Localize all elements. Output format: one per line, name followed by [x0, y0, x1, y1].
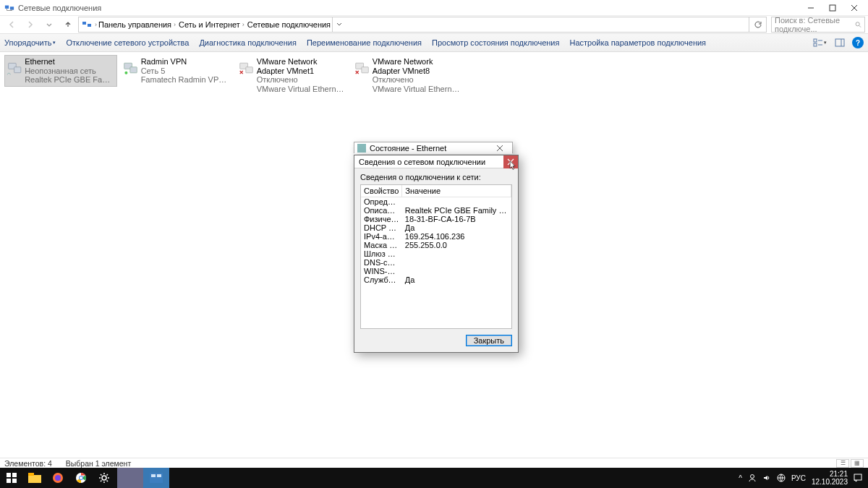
nav-recent[interactable] — [41, 17, 58, 33]
tray-volume-icon[interactable] — [762, 474, 771, 482]
svg-rect-23 — [28, 473, 34, 476]
explorer-icon[interactable] — [23, 468, 46, 488]
crumb-0[interactable]: Панель управления › — [97, 20, 177, 29]
view-mode-button[interactable]: ▾ — [812, 35, 827, 50]
property-value: 18-31-BF-CA-16-7B — [402, 215, 511, 223]
svg-rect-2 — [830, 5, 835, 11]
svg-rect-20 — [7, 479, 11, 483]
chrome-icon[interactable] — [69, 468, 93, 488]
adapter-status: Отключено — [257, 75, 346, 85]
property-row[interactable]: IPv4-адрес автонастро...169.254.106.236 — [361, 232, 511, 241]
start-button[interactable] — [0, 468, 23, 488]
col-property[interactable]: Свойство — [361, 185, 402, 197]
details-dialog: Сведения о сетевом подключении Сведения … — [354, 155, 519, 353]
property-name: WINS-сервер IPv4 — [361, 267, 402, 275]
svg-rect-7 — [814, 43, 817, 46]
view-icons-button[interactable]: ▦ — [851, 459, 864, 468]
help-button[interactable]: ? — [852, 37, 864, 48]
adapter-driver: Famatech Radmin VPN Ethernet ... — [141, 75, 231, 85]
adapter-driver: VMware Virtual Ethernet Adapter ... — [257, 85, 346, 94]
details-dialog-title: Сведения о сетевом подключении — [359, 158, 485, 166]
property-row[interactable]: Определенный для по... — [361, 197, 511, 207]
details-dialog-close[interactable] — [503, 155, 518, 168]
property-name: Маска подсети IPv4 — [361, 241, 402, 249]
cursor-icon — [509, 160, 516, 171]
col-value[interactable]: Значение — [402, 185, 511, 197]
crumb-1[interactable]: Сеть и Интернет › — [177, 20, 246, 29]
property-name: DHCP включен — [361, 223, 402, 232]
status-dialog-title: Состояние - Ethernet — [370, 144, 446, 153]
adapter-item[interactable]: Radmin VPN Сеть 5 Famatech Radmin VPN Et… — [120, 55, 233, 87]
search-icon — [855, 20, 861, 29]
property-name: Физический адрес — [361, 215, 402, 223]
nav-back[interactable] — [3, 17, 20, 33]
breadcrumb[interactable]: › Панель управления › Сеть и Интернет › … — [78, 17, 767, 33]
status-selected: Выбран 1 элемент — [66, 459, 131, 468]
adapter-item[interactable]: VMware Network Adapter VMnet1 Отключено … — [236, 55, 349, 96]
window-titlebar: Сетевые подключения — [0, 0, 868, 16]
svg-point-28 — [80, 476, 82, 479]
svg-rect-18 — [7, 473, 11, 477]
maximize-button[interactable] — [822, 1, 843, 15]
status-dialog-close[interactable] — [488, 142, 512, 154]
tray-language[interactable]: РУС — [791, 474, 806, 482]
tray-network-icon[interactable] — [777, 474, 786, 482]
property-name: Служба NetBIOS через... — [361, 275, 402, 284]
firefox-icon[interactable] — [46, 468, 69, 488]
toolbar-settings[interactable]: Настройка параметров подключения — [569, 38, 706, 47]
tray-people-icon[interactable] — [748, 474, 757, 482]
details-dialog-titlebar[interactable]: Сведения о сетевом подключении — [354, 155, 518, 168]
toolbar-rename[interactable]: Переименование подключения — [307, 38, 422, 47]
status-dialog: Состояние - Ethernet — [354, 142, 513, 153]
tray-chevron-icon[interactable]: ^ — [739, 474, 742, 482]
property-row[interactable]: Физический адрес18-31-BF-CA-16-7B — [361, 215, 511, 223]
svg-rect-31 — [151, 474, 156, 477]
adapter-status: Неопознанная сеть — [25, 67, 115, 76]
nav-row: › Панель управления › Сеть и Интернет › … — [0, 16, 868, 33]
search-input[interactable]: Поиск в: Сетевые подключе... — [771, 17, 865, 33]
minimize-button[interactable] — [800, 1, 822, 15]
adapter-name: VMware Network Adapter VMnet1 — [257, 57, 346, 75]
property-list[interactable]: Свойство Значение Определенный для по...… — [360, 184, 512, 329]
view-details-button[interactable]: ☰ — [836, 459, 849, 468]
property-row[interactable]: Маска подсети IPv4255.255.0.0 — [361, 241, 511, 249]
property-row[interactable]: WINS-сервер IPv4 — [361, 267, 511, 275]
adapter-name: Ethernet — [25, 57, 115, 67]
vmnet-icon — [354, 57, 370, 79]
toolbar-diagnose[interactable]: Диагностика подключения — [199, 38, 296, 47]
adapter-driver: VMware Virtual Ethernet Adapter ... — [373, 85, 462, 94]
property-row[interactable]: DHCP включенДа — [361, 223, 511, 232]
svg-point-25 — [55, 475, 61, 481]
property-row[interactable]: ОписаниеRealtek PCIe GBE Family Controll… — [361, 206, 511, 215]
toolbar-disable[interactable]: Отключение сетевого устройства — [66, 38, 189, 47]
refresh-button[interactable] — [749, 17, 766, 32]
svg-rect-4 — [88, 24, 91, 27]
search-placeholder: Поиск в: Сетевые подключе... — [775, 16, 855, 33]
svg-point-33 — [750, 475, 754, 479]
property-value: 169.254.106.236 — [402, 232, 511, 241]
property-name: Определенный для по... — [361, 197, 402, 207]
svg-rect-17 — [362, 67, 368, 73]
crumb-2[interactable]: Сетевые подключения — [246, 20, 332, 29]
property-row[interactable]: DNS-сервер IPv4 — [361, 258, 511, 267]
preview-pane-button[interactable] — [832, 35, 848, 50]
vpn-icon — [122, 57, 138, 79]
toolbar-view-status[interactable]: Просмотр состояния подключения — [432, 38, 559, 47]
nav-up[interactable] — [59, 17, 77, 33]
tray-clock[interactable]: 21:21 12.10.2023 — [812, 470, 848, 486]
adapter-item[interactable]: Ethernet Неопознанная сеть Realtek PCIe … — [4, 55, 117, 87]
breadcrumb-dropdown[interactable] — [332, 17, 345, 32]
nav-forward[interactable] — [22, 17, 39, 33]
adapter-item[interactable]: VMware Network Adapter VMnet8 Отключено … — [352, 55, 464, 96]
taskbar-app-thumb[interactable] — [117, 468, 143, 488]
property-row[interactable]: Служба NetBIOS через...Да — [361, 275, 511, 284]
tray-notifications-icon[interactable] — [854, 474, 862, 482]
svg-point-5 — [856, 22, 859, 26]
toolbar-organize[interactable]: Упорядочить▾ — [4, 38, 56, 47]
close-details-button[interactable]: Закрыть — [466, 335, 512, 346]
taskbar-control-panel[interactable] — [143, 468, 169, 488]
settings-icon[interactable] — [93, 468, 116, 488]
close-button[interactable] — [843, 1, 865, 15]
svg-rect-22 — [28, 475, 41, 483]
property-row[interactable]: Шлюз по умолчанию IP... — [361, 249, 511, 258]
